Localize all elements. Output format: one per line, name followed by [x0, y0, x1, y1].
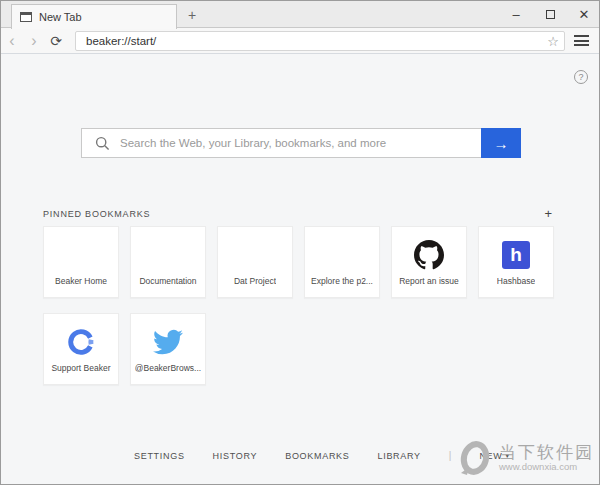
bookmark-label: Report an issue [399, 276, 459, 286]
tab-title: New Tab [39, 11, 82, 23]
tab-favicon-icon [20, 12, 32, 22]
menu-button[interactable] [574, 35, 589, 46]
watermark-site-name: 当下软件园 [499, 443, 594, 463]
footer-new-label: NEW [479, 451, 502, 461]
watermark-site-url: www.downxia.com [499, 462, 594, 473]
tab-strip: New Tab + – ✕ [1, 1, 599, 28]
bookmark-label: Documentation [139, 276, 196, 286]
blank-favicon [44, 227, 118, 276]
search-icon [95, 136, 110, 151]
blank-favicon [218, 227, 292, 276]
search-bar: → [81, 128, 521, 158]
bookmark-tile-report-issue[interactable]: Report an issue [391, 226, 467, 298]
bookmark-tile-beaker-home[interactable]: Beaker Home [43, 226, 119, 298]
bookmark-label: Hashbase [497, 276, 535, 286]
footer-link-history[interactable]: HISTORY [213, 451, 258, 461]
help-icon[interactable]: ? [574, 70, 588, 84]
forward-button[interactable]: › [23, 33, 45, 49]
arrow-right-icon: → [494, 135, 509, 152]
footer-link-settings[interactable]: SETTINGS [134, 451, 185, 461]
pinned-bookmarks-heading: PINNED BOOKMARKS [43, 209, 150, 219]
twitter-icon [153, 327, 183, 357]
bookmark-tile-support-beaker[interactable]: Support Beaker [43, 313, 119, 385]
window-controls: – ✕ [509, 1, 591, 28]
maximize-icon [546, 10, 555, 19]
bookmark-label: @BeakerBrows... [135, 363, 201, 373]
close-button[interactable]: ✕ [577, 8, 591, 21]
back-button[interactable]: ‹ [1, 33, 23, 49]
start-page: ? → PINNED BOOKMARKS + Beaker Home D [1, 55, 599, 484]
bookmark-tile-dat-project[interactable]: Dat Project [217, 226, 293, 298]
bookmark-tile-documentation[interactable]: Documentation [130, 226, 206, 298]
blank-favicon [131, 227, 205, 276]
hashbase-icon: h [502, 241, 530, 269]
url-input[interactable] [76, 35, 564, 47]
blank-favicon [305, 227, 379, 276]
bookmark-label: Beaker Home [55, 276, 107, 286]
bookmark-tile-twitter[interactable]: @BeakerBrows... [130, 313, 206, 385]
minimize-button[interactable]: – [509, 8, 523, 21]
chevron-down-icon: ▾ [506, 452, 510, 460]
search-submit-button[interactable]: → [481, 128, 521, 158]
refresh-button[interactable]: ⟳ [45, 34, 67, 48]
support-beaker-ring-icon [66, 327, 96, 357]
bookmark-label: Explore the p2... [311, 276, 373, 286]
search-box[interactable] [81, 128, 481, 158]
add-bookmark-button[interactable]: + [544, 207, 552, 220]
bookmark-label: Dat Project [234, 276, 276, 286]
bookmark-row: Support Beaker @BeakerBrows... [43, 313, 206, 385]
footer-nav: SETTINGS HISTORY BOOKMARKS LIBRARY | NEW… [134, 450, 510, 461]
new-tab-button[interactable]: + [183, 7, 201, 25]
pinned-bookmarks-header: PINNED BOOKMARKS + [43, 207, 552, 220]
footer-link-bookmarks[interactable]: BOOKMARKS [285, 451, 349, 461]
bookmark-star-icon[interactable]: ☆ [547, 34, 559, 49]
bookmark-row: Beaker Home Documentation Dat Project Ex… [43, 226, 554, 298]
github-icon [414, 240, 444, 270]
footer-link-library[interactable]: LIBRARY [378, 451, 421, 461]
browser-window: New Tab + – ✕ ‹ › ⟳ ☆ ? [0, 0, 600, 485]
tab-new-tab[interactable]: New Tab [11, 4, 177, 29]
footer-separator: | [449, 450, 452, 461]
footer-new-dropdown[interactable]: NEW ▾ [479, 451, 509, 461]
navigation-bar: ‹ › ⟳ ☆ [1, 28, 599, 54]
search-input[interactable] [82, 137, 481, 149]
bookmark-tile-hashbase[interactable]: h Hashbase [478, 226, 554, 298]
bookmark-tile-explore-p2p[interactable]: Explore the p2... [304, 226, 380, 298]
bookmark-label: Support Beaker [51, 363, 110, 373]
maximize-button[interactable] [543, 8, 557, 21]
url-bar[interactable]: ☆ [75, 31, 565, 51]
